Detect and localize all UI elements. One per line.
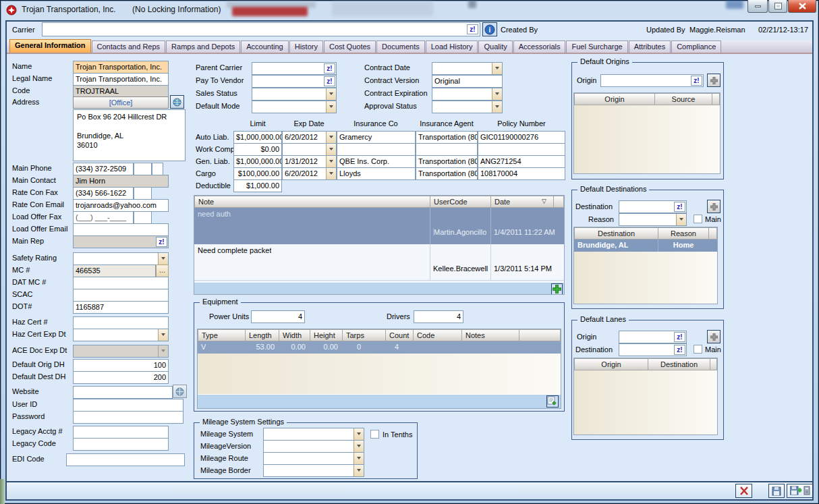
destination-zoom-button[interactable]: z! [674, 202, 685, 212]
insurance-limit-field[interactable]: $1,000,000.00 [233, 155, 282, 168]
tab-quality[interactable]: Quality [478, 40, 512, 53]
chevron-down-icon[interactable] [492, 88, 502, 100]
name-field[interactable]: Trojan Transportation, Inc. [73, 61, 169, 74]
insurance-policy-field[interactable]: GIC01190000276 [478, 131, 565, 144]
add-destination-button[interactable] [707, 200, 721, 213]
notes-header-usercode[interactable]: UserCode [430, 196, 491, 208]
destinations-header-reason[interactable]: Reason [658, 227, 709, 240]
contract-version-field[interactable]: Original [432, 75, 503, 88]
equipment-row-selected[interactable]: V 53.00 0.00 0.00 0 4 [198, 341, 561, 354]
chevron-down-icon[interactable] [676, 214, 686, 225]
insurance-agent-field[interactable] [416, 143, 478, 156]
legacy-acctg-field[interactable] [73, 426, 169, 439]
equipment-header-length[interactable]: Length [245, 329, 279, 341]
insurance-policy-field[interactable] [478, 143, 565, 156]
destination-row-selected[interactable]: Brundidge, AL Home [574, 240, 717, 252]
destination-main-checkbox[interactable] [694, 215, 702, 223]
notes-row-selected[interactable]: need auth Martin.Agoncillo 1/4/2011 11:2… [194, 208, 564, 244]
chevron-down-icon[interactable] [492, 63, 502, 74]
tab-general-information[interactable]: General Information [9, 39, 91, 53]
tab-history[interactable]: History [289, 40, 323, 53]
approval-status-select[interactable]: Approved [432, 101, 503, 113]
chevron-down-icon[interactable] [354, 428, 364, 440]
insurance-exp-select[interactable]: 6/20/2012 [282, 167, 337, 180]
notes-row[interactable]: Need complete packet Kellee.Bracewell 1/… [194, 244, 564, 281]
carrier-zoom-button[interactable]: z! [467, 24, 478, 34]
website-field[interactable] [73, 386, 173, 399]
mileage-version-select[interactable]: 24.1 [263, 440, 364, 453]
add-lane-button[interactable] [707, 330, 721, 343]
origins-header-source[interactable]: Source [654, 93, 712, 105]
insurance-co-field[interactable] [337, 143, 416, 156]
main-phone-ext-field[interactable] [134, 163, 152, 175]
chevron-down-icon[interactable] [158, 253, 168, 264]
drivers-field[interactable]: 4 [414, 310, 463, 323]
main-phone-field[interactable]: (334) 372-2509 [73, 163, 134, 175]
main-rep-field[interactable]: Maggie Reisman z! [73, 235, 169, 248]
default-orig-dh-field[interactable]: 100 [73, 359, 169, 372]
insurance-agent-field[interactable]: Transportation (800) [416, 167, 478, 180]
load-offer-fax-ext-field[interactable] [134, 211, 152, 224]
power-units-field[interactable]: 4 [251, 310, 305, 323]
add-equipment-button[interactable] [546, 395, 559, 408]
tab-cost-quotes[interactable]: Cost Quotes [324, 40, 376, 53]
equipment-header-count[interactable]: Count [385, 329, 414, 341]
rate-con-fax-ext-field[interactable] [134, 187, 152, 200]
chevron-down-icon[interactable] [326, 156, 336, 167]
destinations-header-destination[interactable]: Destination [574, 227, 658, 240]
chevron-down-icon[interactable] [326, 88, 336, 100]
scac-field[interactable] [73, 289, 169, 302]
address-map-button[interactable] [170, 95, 184, 109]
tab-contacts-and-reps[interactable]: Contacts and Reps [92, 40, 166, 53]
chevron-down-icon[interactable] [492, 101, 502, 113]
equipment-header-height[interactable]: Height [310, 329, 343, 341]
pay-to-vendor-field[interactable]: z! [252, 75, 337, 88]
lanes-header-origin[interactable]: Origin [574, 358, 648, 370]
save-and-close-button[interactable] [787, 484, 813, 498]
destination-input[interactable]: z! [619, 200, 687, 213]
tab-compliance[interactable]: Compliance [671, 40, 721, 53]
insurance-co-field[interactable]: Lloyds [337, 167, 416, 180]
mc-lookup-button[interactable]: … [156, 264, 169, 277]
equipment-header-notes[interactable]: Notes [461, 329, 519, 341]
reason-select[interactable]: Home [619, 213, 687, 226]
origin-zoom-button[interactable]: z! [691, 76, 702, 86]
tab-load-history[interactable]: Load History [426, 40, 478, 53]
haz-cert-field[interactable] [73, 316, 169, 329]
lane-origin-zoom-button[interactable]: z! [674, 332, 685, 342]
add-note-button[interactable] [551, 283, 563, 295]
sales-status-select[interactable]: Lead [252, 88, 337, 101]
notes-header-note[interactable]: Note [194, 196, 430, 208]
insurance-exp-select[interactable] [282, 143, 337, 156]
insurance-limit-field[interactable]: $100,000.00 [233, 167, 282, 180]
rate-con-fax-field[interactable]: (334) 566-1622 [73, 187, 134, 200]
cancel-changes-button[interactable] [735, 484, 752, 498]
chevron-down-icon[interactable] [354, 465, 364, 476]
lane-destination-input[interactable]: z! [619, 343, 687, 356]
add-origin-button[interactable] [707, 74, 721, 87]
lanes-header-destination[interactable]: Destination [648, 358, 710, 370]
main-rep-zoom-button[interactable]: z! [156, 237, 167, 247]
haz-cert-exp-select[interactable] [73, 329, 169, 341]
tab-accessorials[interactable]: Accessorials [513, 40, 566, 53]
dot-number-field[interactable]: 1165887 [73, 301, 169, 314]
save-button[interactable] [768, 484, 785, 498]
insurance-limit-field[interactable]: $1,000.00 [233, 179, 282, 192]
carrier-info-button[interactable]: i [482, 22, 497, 36]
edi-code-field[interactable] [66, 453, 185, 466]
origins-header-origin[interactable]: Origin [574, 93, 655, 105]
maximize-button[interactable] [768, 0, 787, 13]
origin-input[interactable]: z! [600, 74, 704, 87]
equipment-header-code[interactable]: Code [413, 329, 462, 341]
chevron-down-icon[interactable] [326, 168, 336, 179]
insurance-limit-field[interactable]: $1,000,000.00 [233, 131, 282, 144]
tab-documents[interactable]: Documents [376, 40, 425, 53]
insurance-exp-select[interactable]: 1/31/2012 [282, 155, 337, 168]
in-tenths-checkbox[interactable] [370, 430, 379, 439]
contract-expiration-select[interactable] [432, 88, 503, 101]
address-box[interactable]: Po Box 96 204 Hillcrest DR Brundidge, AL… [73, 109, 186, 161]
safety-rating-select[interactable]: None [73, 252, 169, 265]
chevron-down-icon[interactable] [326, 144, 336, 155]
tab-accounting[interactable]: Accounting [241, 40, 288, 53]
load-offer-email-field[interactable] [73, 223, 169, 236]
